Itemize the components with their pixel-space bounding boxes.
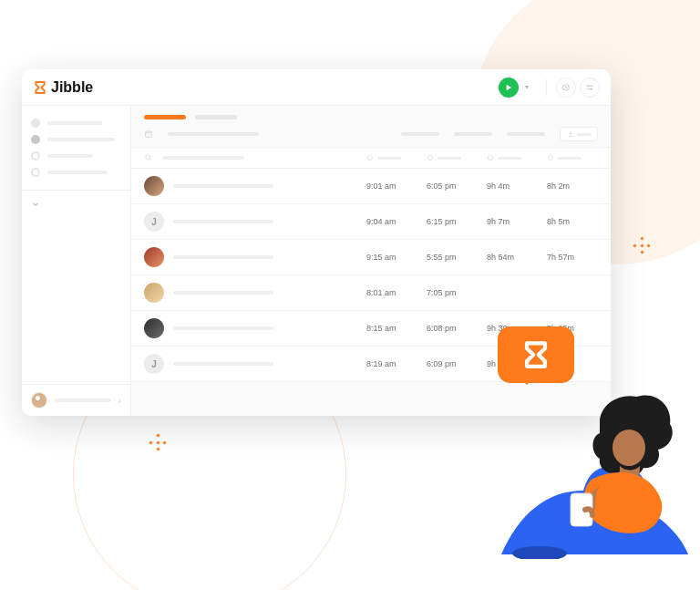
column-header[interactable] [547,154,598,161]
column-header[interactable] [487,154,538,161]
cell-duration-1: 9h 4m [487,181,538,191]
placeholder-bar [173,326,273,330]
search-input[interactable] [162,156,244,160]
sparkle-icon [633,237,650,254]
calendar-icon [144,129,153,139]
cell-time-in: 8:19 am [366,359,417,368]
svg-point-4 [146,155,150,160]
avatar [144,176,164,196]
cell-time-out: 6:08 pm [427,324,478,333]
brand-name: Jibble [51,79,93,96]
avatar [144,283,164,303]
sliders-icon [585,83,594,92]
cell-time-in: 9:01 am [366,181,417,191]
cell-duration-1: 8h 54m [487,253,538,262]
clock-icon [547,154,554,161]
sidebar-item[interactable] [31,148,121,164]
avatar [31,392,47,409]
sidebar: › [22,106,131,416]
cell-duration-2: 8h 2m [547,181,598,191]
speech-bubble [498,326,574,383]
hourglass-icon [33,80,47,95]
avatar: J [144,354,164,374]
table-row[interactable]: 8:01 am7:05 pm [131,275,611,311]
cell-time-in: 9:04 am [366,217,417,226]
sidebar-item[interactable] [31,164,121,181]
placeholder-bar [173,291,273,295]
table-row[interactable]: 9:01 am6:05 pm9h 4m8h 2m [131,169,611,204]
placeholder-bar [173,255,273,259]
search-row [131,147,611,169]
toolbar [131,127,611,147]
cell-time-out: 6:09 pm [427,359,478,368]
sparkle-icon [149,434,166,450]
cell-duration-2: 7h 57m [547,253,598,262]
clock-icon [366,154,374,161]
sidebar-collapse[interactable] [22,194,130,216]
svg-point-2 [591,88,592,89]
divider [546,79,547,96]
hourglass-icon [520,339,551,370]
sidebar-item[interactable] [31,115,121,131]
avatar: J [144,212,164,232]
cell-time-in: 9:15 am [366,253,417,262]
svg-point-5 [367,155,372,160]
clock-icon [487,154,494,161]
clock-in-dropdown[interactable]: ▾ [520,78,533,98]
placeholder-bar [401,132,439,136]
placeholder-bar [507,132,545,136]
avatar [144,247,164,267]
column-header[interactable] [366,154,417,161]
cell-duration-2: 8h 5m [547,217,598,226]
svg-point-8 [548,155,552,160]
table-row[interactable]: J9:04 am6:15 pm9h 7m8h 5m [131,204,611,240]
svg-rect-3 [146,131,152,137]
chevron-down-icon [31,200,40,209]
cell-time-in: 8:15 am [366,324,417,333]
table-row[interactable]: 9:15 am5:55 pm8h 54m7h 57m [131,240,611,275]
cell-duration-1: 9h 7m [487,217,538,226]
svg-point-6 [427,155,432,160]
sidebar-user[interactable]: › [22,384,130,416]
topbar: Jibble ▾ [22,69,611,106]
play-icon [505,84,512,91]
cell-time-out: 5:55 pm [427,253,478,262]
avatar [144,318,164,338]
download-icon [567,130,574,138]
svg-point-10 [612,430,645,466]
column-header[interactable] [427,154,478,161]
placeholder-bar [173,184,273,188]
clock-icon [561,83,571,92]
cell-time-in: 8:01 am [366,288,417,297]
clock-icon [427,154,434,161]
cell-time-out: 6:05 pm [427,181,478,191]
tab-inactive[interactable] [195,115,237,119]
clock-in-button[interactable] [499,78,519,98]
svg-point-1 [588,85,590,87]
cell-time-out: 6:15 pm [427,217,478,226]
cell-time-out: 7:05 pm [427,288,478,297]
placeholder-bar [55,399,111,402]
divider [22,190,130,191]
placeholder-bar [173,362,273,366]
tabs [131,106,611,127]
export-button[interactable] [560,127,598,141]
chevron-right-icon: › [118,396,121,406]
sidebar-item[interactable] [31,131,121,148]
search-icon [144,153,153,162]
placeholder-bar [173,220,273,223]
timer-button[interactable] [556,78,576,98]
brand-logo[interactable]: Jibble [33,79,93,96]
settings-button[interactable] [580,78,600,98]
tab-active[interactable] [144,115,186,119]
placeholder-bar [454,132,492,136]
placeholder-bar [168,132,259,136]
svg-point-7 [488,155,492,160]
